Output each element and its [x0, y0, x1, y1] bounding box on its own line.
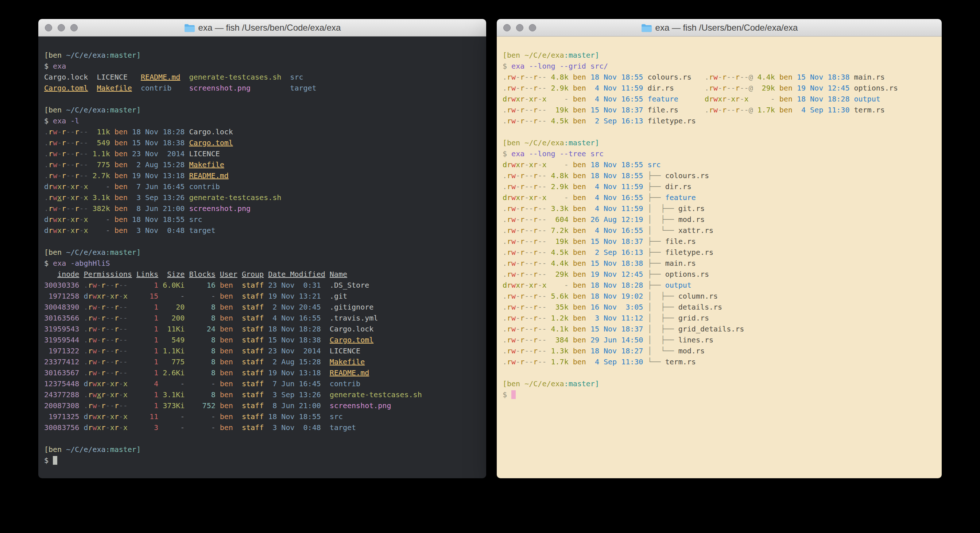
terminal-text-segment — [233, 379, 242, 388]
terminal-text-segment: - — [757, 94, 775, 103]
folder-icon[interactable] — [184, 23, 195, 32]
permissions-field: .rw-r--r-- — [44, 160, 88, 169]
terminal-text-segment: 3 Sep 13:26 — [268, 390, 321, 399]
terminal-text-segment: - — [163, 423, 185, 432]
terminal-text-segment: │ ├── — [648, 335, 678, 344]
terminal-text-segment — [569, 335, 573, 344]
terminal-text-segment — [79, 335, 84, 344]
zoom-button[interactable] — [70, 24, 78, 31]
terminal-text-segment — [792, 84, 797, 93]
terminal-text-segment: - — [551, 193, 569, 202]
terminal-text-segment: │ └── — [648, 226, 678, 235]
minimize-button[interactable] — [516, 24, 523, 31]
terminal-text-segment — [546, 105, 551, 114]
terminal-text-segment: $ — [44, 62, 53, 70]
permissions-field: .rw-r--r--@ — [705, 73, 753, 81]
zoom-button[interactable] — [529, 24, 536, 31]
terminal-text-segment: ~/C/e/exa — [66, 105, 105, 114]
terminal-text-segment: ben — [573, 357, 586, 366]
terminal-text-segment: 11k — [93, 128, 110, 136]
terminal-text-segment: 1 — [137, 335, 158, 344]
terminal-text-segment — [775, 73, 780, 81]
terminal-text-segment — [216, 346, 220, 355]
terminal-text-segment — [128, 303, 137, 311]
terminal-text-segment — [525, 62, 529, 70]
terminal-text-segment: - — [93, 182, 110, 191]
permissions-field: .rw-r--r-- — [84, 369, 127, 377]
terminal-text-segment — [185, 303, 189, 311]
terminal-text-segment: 4.8k — [551, 171, 569, 180]
terminal-text-segment — [586, 324, 590, 333]
terminal-text-segment: Blocks — [189, 270, 215, 279]
terminal-text-segment: - — [189, 412, 215, 421]
terminal-text-segment: 1 — [137, 357, 158, 366]
terminal-line: 30163566 .rw-r--r-- 1 200 8 ben staff 4 … — [44, 313, 480, 324]
terminal-text-segment — [546, 171, 551, 180]
terminal-text-segment — [264, 314, 268, 322]
terminal-text-segment — [233, 369, 242, 377]
terminal-text-segment: grid.rs — [678, 314, 709, 322]
terminal-screen-left[interactable]: [ben ~/C/e/exa:master]$ exaCargo.lock LI… — [38, 37, 486, 478]
terminal-text-segment — [216, 270, 220, 279]
terminal-text-segment — [158, 346, 163, 355]
terminal-text-segment — [586, 281, 590, 289]
terminal-text-segment — [546, 182, 551, 191]
terminal-text-segment: ben — [573, 171, 586, 180]
terminal-text-segment — [569, 357, 573, 366]
terminal-text-segment: ben — [115, 149, 128, 158]
terminal-text-segment — [88, 204, 92, 213]
terminal-text-segment — [321, 369, 330, 377]
terminal-cursor[interactable] — [511, 390, 516, 399]
terminal-text-segment: screenshot.png — [189, 204, 251, 213]
terminal-text-segment — [110, 204, 115, 213]
terminal-text-segment: [ben — [503, 51, 525, 59]
terminal-text-segment — [586, 237, 590, 246]
terminal-text-segment: 2 Nov 20:45 — [268, 303, 321, 311]
terminal-text-segment — [44, 270, 57, 279]
terminal-text-segment — [128, 193, 132, 202]
minimize-button[interactable] — [57, 24, 65, 31]
terminal-text-segment: ben — [220, 346, 233, 355]
terminal-text-segment: [ben — [44, 51, 66, 59]
terminal-line: 30048390 .rw-r--r-- 1 20 8 ben staff 2 N… — [44, 302, 480, 313]
titlebar[interactable]: exa — fish /Users/ben/Code/exa/exa — [497, 19, 942, 37]
close-button[interactable] — [503, 24, 511, 31]
terminal-text-segment: file.rs — [648, 105, 678, 114]
terminal-text-segment: │ ├── — [648, 303, 678, 311]
terminal-text-segment — [264, 390, 268, 399]
terminal-text-segment: grid_details.rs — [678, 324, 745, 333]
terminal-text-segment — [546, 226, 551, 235]
terminal-text-segment: 15 Nov 18:38 — [268, 335, 321, 344]
terminal-text-segment: src — [648, 160, 660, 169]
terminal-text-segment — [586, 357, 590, 366]
terminal-line: $ exa -abghHliS — [44, 258, 480, 269]
permissions-field: drwxr-xr-x — [44, 226, 88, 235]
terminal-text-segment — [264, 412, 268, 421]
terminal-text-segment — [88, 160, 92, 169]
terminal-text-segment — [546, 94, 551, 103]
terminal-text-segment: 30083756 — [44, 423, 79, 432]
permissions-field: .rw-r--r--@ — [705, 105, 753, 114]
terminal-text-segment — [158, 379, 163, 388]
terminal-text-segment — [775, 105, 780, 114]
terminal-text-segment — [128, 401, 137, 410]
terminal-text-segment: 4.1k — [551, 324, 569, 333]
terminal-text-segment: 382k — [93, 204, 110, 213]
close-button[interactable] — [45, 24, 52, 31]
terminal-text-segment — [321, 314, 330, 322]
terminal-text-segment: generate-testcases.sh — [330, 390, 422, 399]
terminal-text-segment — [88, 215, 92, 224]
terminal-text-segment: ~/C/e/exa — [525, 51, 564, 59]
terminal-line: 12375448 drwxr-xr-x 4 - - ben staff 7 Ju… — [44, 378, 480, 389]
terminal-text-segment — [66, 116, 70, 125]
terminal-text-segment — [586, 73, 590, 81]
terminal-text-segment — [79, 412, 84, 421]
terminal-line: .rw-r--r-- 11k ben 18 Nov 18:28 Cargo.lo… — [44, 126, 480, 137]
terminal-text-segment — [321, 303, 330, 311]
folder-icon[interactable] — [641, 23, 652, 32]
terminal-screen-right[interactable]: [ben ~/C/e/exa:master]$ exa --long --gri… — [497, 37, 942, 478]
terminal-cursor[interactable] — [53, 456, 57, 465]
titlebar[interactable]: exa — fish /Users/ben/Code/exa/exa — [38, 19, 486, 37]
terminal-text-segment: ~/C/e/exa — [525, 379, 564, 388]
terminal-text-segment: 549 — [163, 335, 185, 344]
